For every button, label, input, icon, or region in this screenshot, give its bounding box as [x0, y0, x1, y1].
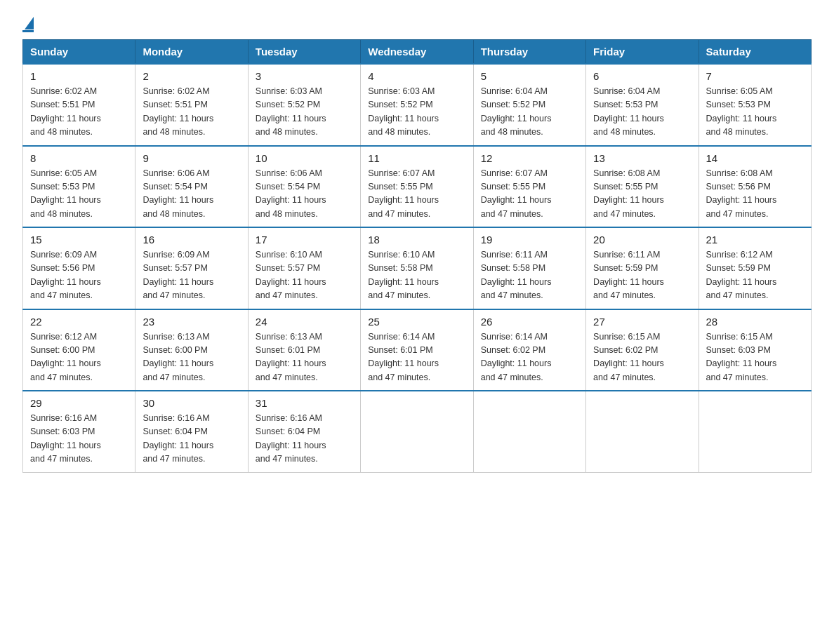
day-number: 8	[30, 152, 128, 164]
calendar-cell: 16 Sunrise: 6:09 AM Sunset: 5:57 PM Dayl…	[135, 227, 248, 309]
calendar-cell: 27 Sunrise: 6:15 AM Sunset: 6:02 PM Dayl…	[586, 309, 699, 391]
calendar-week-row: 1 Sunrise: 6:02 AM Sunset: 5:51 PM Dayli…	[23, 64, 812, 146]
calendar-cell: 12 Sunrise: 6:07 AM Sunset: 5:55 PM Dayl…	[473, 146, 585, 228]
calendar-cell: 11 Sunrise: 6:07 AM Sunset: 5:55 PM Dayl…	[361, 146, 473, 228]
day-number: 13	[593, 152, 691, 164]
day-number: 25	[368, 316, 465, 328]
day-info: Sunrise: 6:16 AM Sunset: 6:04 PM Dayligh…	[143, 412, 240, 467]
calendar-cell: 19 Sunrise: 6:11 AM Sunset: 5:58 PM Dayl…	[473, 227, 585, 309]
day-info: Sunrise: 6:12 AM Sunset: 5:59 PM Dayligh…	[706, 248, 804, 303]
day-info: Sunrise: 6:12 AM Sunset: 6:00 PM Dayligh…	[30, 330, 128, 385]
day-number: 18	[368, 234, 465, 246]
calendar-cell: 24 Sunrise: 6:13 AM Sunset: 6:01 PM Dayl…	[248, 309, 360, 391]
day-number: 24	[256, 316, 353, 328]
day-number: 19	[481, 234, 578, 246]
day-number: 29	[30, 397, 128, 409]
calendar-cell: 5 Sunrise: 6:04 AM Sunset: 5:52 PM Dayli…	[473, 64, 585, 146]
calendar-week-row: 8 Sunrise: 6:05 AM Sunset: 5:53 PM Dayli…	[23, 146, 812, 228]
day-info: Sunrise: 6:02 AM Sunset: 5:51 PM Dayligh…	[143, 85, 240, 140]
day-info: Sunrise: 6:13 AM Sunset: 6:01 PM Dayligh…	[256, 330, 353, 385]
calendar-cell: 15 Sunrise: 6:09 AM Sunset: 5:56 PM Dayl…	[23, 227, 135, 309]
calendar-cell: 20 Sunrise: 6:11 AM Sunset: 5:59 PM Dayl…	[586, 227, 699, 309]
calendar-cell: 10 Sunrise: 6:06 AM Sunset: 5:54 PM Dayl…	[248, 146, 360, 228]
day-info: Sunrise: 6:05 AM Sunset: 5:53 PM Dayligh…	[30, 167, 128, 222]
day-info: Sunrise: 6:03 AM Sunset: 5:52 PM Dayligh…	[368, 85, 465, 140]
day-number: 14	[706, 152, 804, 164]
calendar-cell: 28 Sunrise: 6:15 AM Sunset: 6:03 PM Dayl…	[699, 309, 811, 391]
weekday-header-row: SundayMondayTuesdayWednesdayThursdayFrid…	[23, 40, 812, 65]
day-info: Sunrise: 6:14 AM Sunset: 6:01 PM Dayligh…	[368, 330, 465, 385]
calendar-cell	[473, 391, 585, 472]
calendar-cell: 9 Sunrise: 6:06 AM Sunset: 5:54 PM Dayli…	[135, 146, 248, 228]
day-number: 4	[368, 70, 465, 82]
day-info: Sunrise: 6:15 AM Sunset: 6:03 PM Dayligh…	[706, 330, 804, 385]
calendar-cell: 29 Sunrise: 6:16 AM Sunset: 6:03 PM Dayl…	[23, 391, 135, 472]
weekday-header-friday: Friday	[586, 40, 699, 65]
day-number: 20	[593, 234, 691, 246]
calendar-cell: 7 Sunrise: 6:05 AM Sunset: 5:53 PM Dayli…	[699, 64, 811, 146]
day-number: 6	[593, 70, 691, 82]
calendar-cell: 2 Sunrise: 6:02 AM Sunset: 5:51 PM Dayli…	[135, 64, 248, 146]
day-number: 28	[706, 316, 804, 328]
day-number: 27	[593, 316, 691, 328]
day-number: 15	[30, 234, 128, 246]
logo-underline	[22, 30, 34, 32]
day-info: Sunrise: 6:07 AM Sunset: 5:55 PM Dayligh…	[481, 167, 578, 222]
weekday-header-thursday: Thursday	[473, 40, 585, 65]
calendar-cell: 17 Sunrise: 6:10 AM Sunset: 5:57 PM Dayl…	[248, 227, 360, 309]
page-header	[22, 17, 812, 32]
calendar-cell: 31 Sunrise: 6:16 AM Sunset: 6:04 PM Dayl…	[248, 391, 360, 472]
day-info: Sunrise: 6:13 AM Sunset: 6:00 PM Dayligh…	[143, 330, 240, 385]
logo-arrow-icon	[25, 17, 34, 29]
day-number: 3	[256, 70, 353, 82]
calendar-cell: 6 Sunrise: 6:04 AM Sunset: 5:53 PM Dayli…	[586, 64, 699, 146]
day-number: 23	[143, 316, 240, 328]
calendar-cell	[586, 391, 699, 472]
day-info: Sunrise: 6:14 AM Sunset: 6:02 PM Dayligh…	[481, 330, 578, 385]
day-number: 10	[256, 152, 353, 164]
weekday-header-sunday: Sunday	[23, 40, 135, 65]
calendar-cell: 13 Sunrise: 6:08 AM Sunset: 5:55 PM Dayl…	[586, 146, 699, 228]
day-info: Sunrise: 6:09 AM Sunset: 5:56 PM Dayligh…	[30, 248, 128, 303]
calendar-week-row: 22 Sunrise: 6:12 AM Sunset: 6:00 PM Dayl…	[23, 309, 812, 391]
calendar-cell: 3 Sunrise: 6:03 AM Sunset: 5:52 PM Dayli…	[248, 64, 360, 146]
day-info: Sunrise: 6:15 AM Sunset: 6:02 PM Dayligh…	[593, 330, 691, 385]
day-number: 26	[481, 316, 578, 328]
day-info: Sunrise: 6:04 AM Sunset: 5:52 PM Dayligh…	[481, 85, 578, 140]
calendar-table: SundayMondayTuesdayWednesdayThursdayFrid…	[22, 39, 812, 473]
day-info: Sunrise: 6:05 AM Sunset: 5:53 PM Dayligh…	[706, 85, 804, 140]
day-info: Sunrise: 6:09 AM Sunset: 5:57 PM Dayligh…	[143, 248, 240, 303]
day-info: Sunrise: 6:10 AM Sunset: 5:57 PM Dayligh…	[256, 248, 353, 303]
calendar-cell	[699, 391, 811, 472]
day-number: 16	[143, 234, 240, 246]
day-number: 31	[256, 397, 353, 409]
day-info: Sunrise: 6:08 AM Sunset: 5:56 PM Dayligh…	[706, 167, 804, 222]
weekday-header-saturday: Saturday	[699, 40, 811, 65]
calendar-week-row: 15 Sunrise: 6:09 AM Sunset: 5:56 PM Dayl…	[23, 227, 812, 309]
day-info: Sunrise: 6:11 AM Sunset: 5:59 PM Dayligh…	[593, 248, 691, 303]
calendar-cell: 21 Sunrise: 6:12 AM Sunset: 5:59 PM Dayl…	[699, 227, 811, 309]
calendar-cell: 22 Sunrise: 6:12 AM Sunset: 6:00 PM Dayl…	[23, 309, 135, 391]
day-info: Sunrise: 6:06 AM Sunset: 5:54 PM Dayligh…	[256, 167, 353, 222]
weekday-header-wednesday: Wednesday	[361, 40, 473, 65]
day-number: 22	[30, 316, 128, 328]
calendar-cell: 1 Sunrise: 6:02 AM Sunset: 5:51 PM Dayli…	[23, 64, 135, 146]
day-info: Sunrise: 6:06 AM Sunset: 5:54 PM Dayligh…	[143, 167, 240, 222]
day-number: 7	[706, 70, 804, 82]
day-info: Sunrise: 6:16 AM Sunset: 6:04 PM Dayligh…	[256, 412, 353, 467]
calendar-cell: 18 Sunrise: 6:10 AM Sunset: 5:58 PM Dayl…	[361, 227, 473, 309]
day-number: 2	[143, 70, 240, 82]
day-info: Sunrise: 6:04 AM Sunset: 5:53 PM Dayligh…	[593, 85, 691, 140]
calendar-cell: 4 Sunrise: 6:03 AM Sunset: 5:52 PM Dayli…	[361, 64, 473, 146]
day-info: Sunrise: 6:16 AM Sunset: 6:03 PM Dayligh…	[30, 412, 128, 467]
day-info: Sunrise: 6:08 AM Sunset: 5:55 PM Dayligh…	[593, 167, 691, 222]
calendar-cell	[361, 391, 473, 472]
calendar-cell: 30 Sunrise: 6:16 AM Sunset: 6:04 PM Dayl…	[135, 391, 248, 472]
calendar-week-row: 29 Sunrise: 6:16 AM Sunset: 6:03 PM Dayl…	[23, 391, 812, 472]
day-number: 1	[30, 70, 128, 82]
day-number: 30	[143, 397, 240, 409]
day-number: 12	[481, 152, 578, 164]
day-info: Sunrise: 6:07 AM Sunset: 5:55 PM Dayligh…	[368, 167, 465, 222]
calendar-cell: 26 Sunrise: 6:14 AM Sunset: 6:02 PM Dayl…	[473, 309, 585, 391]
calendar-cell: 25 Sunrise: 6:14 AM Sunset: 6:01 PM Dayl…	[361, 309, 473, 391]
